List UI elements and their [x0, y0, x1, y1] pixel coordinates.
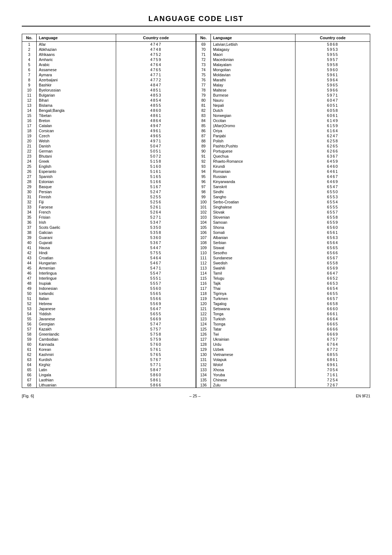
row-code: 5072 — [116, 154, 196, 159]
row-code: 5868 — [295, 42, 370, 47]
row-language: Macedonian — [211, 57, 295, 62]
table-row: 25English5160 — [22, 164, 196, 169]
row-number: 55 — [22, 316, 37, 321]
table-row: 126Twi6669 — [196, 332, 370, 337]
row-code: 6459 — [295, 159, 370, 164]
row-code: 5761 — [116, 347, 196, 352]
table-row: 3Afrikaans4752 — [22, 52, 196, 57]
row-number: 134 — [196, 372, 211, 377]
row-code: 6258 — [295, 138, 370, 143]
row-code: 5547 — [116, 271, 196, 276]
row-language: Thai — [211, 286, 295, 291]
row-number: 118 — [196, 291, 211, 296]
row-code: 5247 — [116, 189, 196, 194]
row-number: 84 — [196, 118, 211, 123]
row-code: 6461 — [295, 169, 370, 174]
row-language: Japanese — [37, 306, 116, 311]
table-row: 71Maori5955 — [196, 52, 370, 57]
right-language-table: No. Language Country code 69Latvian;Lett… — [196, 34, 370, 388]
table-row: 129Uzbek6772 — [196, 347, 370, 352]
row-code: 5160 — [116, 164, 196, 169]
row-language: Hausa — [37, 245, 116, 250]
row-code: 5158 — [116, 159, 196, 164]
row-language: Danish — [37, 143, 116, 149]
row-number: 112 — [196, 260, 211, 266]
row-language: Latvian;Lettish — [211, 42, 295, 47]
row-number: 7 — [22, 72, 37, 77]
table-row: 72Macedonian5957 — [196, 57, 370, 62]
page-number: – 25 – — [34, 394, 356, 398]
row-code: 5847 — [116, 367, 196, 372]
row-code: 6367 — [295, 154, 370, 159]
row-code: 6563 — [295, 235, 370, 240]
row-code: 6757 — [295, 337, 370, 342]
row-code: 5261 — [116, 204, 196, 210]
row-number: 130 — [196, 352, 211, 357]
row-code: 6655 — [295, 291, 370, 296]
row-code: 4965 — [116, 133, 196, 138]
table-row: 82Dutch6058 — [196, 108, 370, 113]
row-number: 74 — [196, 67, 211, 72]
row-code: 5771 — [116, 362, 196, 367]
row-code: 5367 — [116, 240, 196, 245]
row-number: 58 — [22, 332, 37, 337]
row-code: 6855 — [295, 352, 370, 357]
row-language: Korean — [37, 347, 116, 352]
table-row: 49Indonesian5560 — [22, 286, 196, 291]
left-header-no: No. — [22, 34, 37, 42]
row-number: 78 — [196, 88, 211, 93]
row-number: 5 — [22, 62, 37, 67]
row-language: Bengali;Bangla — [37, 108, 116, 113]
row-code: 6561 — [295, 230, 370, 235]
table-row: 12Bihari4854 — [22, 98, 196, 103]
row-language: Zulu — [211, 382, 295, 388]
row-code: 5047 — [116, 143, 196, 149]
row-code: 5647 — [116, 306, 196, 311]
table-row: 44Hungarian5467 — [22, 260, 196, 266]
row-number: 67 — [22, 377, 37, 382]
row-code: 6654 — [295, 286, 370, 291]
row-language: Polish — [211, 138, 295, 143]
row-language: Breton — [37, 118, 116, 123]
row-code: 6265 — [295, 143, 370, 149]
table-row: 8Azerbaijani4772 — [22, 77, 196, 82]
row-code: 6660 — [295, 306, 370, 311]
row-language: Kinyarwanda — [211, 179, 295, 184]
row-code: 7267 — [295, 382, 370, 388]
table-row: 108Serbian6564 — [196, 240, 370, 245]
table-row: 115Telugu6652 — [196, 276, 370, 281]
row-language: Setswana — [211, 306, 295, 311]
row-language: Albanian — [211, 235, 295, 240]
row-code: 6647 — [295, 271, 370, 276]
row-language: Malay — [211, 82, 295, 88]
row-code: 5760 — [116, 342, 196, 347]
row-language: Xhosa — [211, 367, 295, 372]
row-language: Maori — [211, 52, 295, 57]
table-row: 106Somali6561 — [196, 230, 370, 235]
row-number: 129 — [196, 347, 211, 352]
table-row: 128Urdu6764 — [196, 342, 370, 347]
row-language: Interlingue — [37, 276, 116, 281]
row-code: 5957 — [295, 57, 370, 62]
row-number: 36 — [22, 220, 37, 225]
row-code: 6764 — [295, 342, 370, 347]
row-language: Croatian — [37, 255, 116, 260]
row-language: Scots Gaelic — [37, 225, 116, 230]
table-row: 133Xhosa7054 — [196, 367, 370, 372]
row-code: 5861 — [116, 377, 196, 382]
row-number: 105 — [196, 225, 211, 230]
table-row: 28Estonian5166 — [22, 179, 196, 184]
row-code: 5655 — [116, 311, 196, 316]
row-language: Siswat — [211, 245, 295, 250]
table-row: 121Setswana6660 — [196, 306, 370, 311]
table-row: 59Cambodian5759 — [22, 337, 196, 342]
table-row: 4Amharic4759 — [22, 57, 196, 62]
row-code: 5860 — [116, 372, 196, 377]
row-code: 6565 — [295, 245, 370, 250]
table-row: 77Malay5965 — [196, 82, 370, 88]
row-number: 80 — [196, 98, 211, 103]
row-number: 59 — [22, 337, 37, 342]
page-info: EN 9F21 — [356, 394, 370, 398]
table-row: 51Italian5566 — [22, 296, 196, 301]
row-number: 1 — [22, 42, 37, 47]
